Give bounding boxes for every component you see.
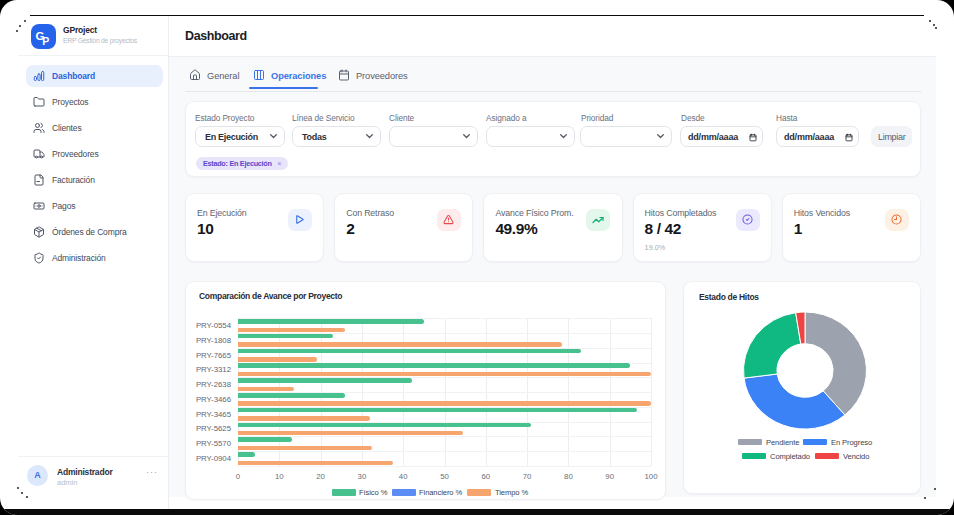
svg-text:P: P	[42, 35, 49, 46]
